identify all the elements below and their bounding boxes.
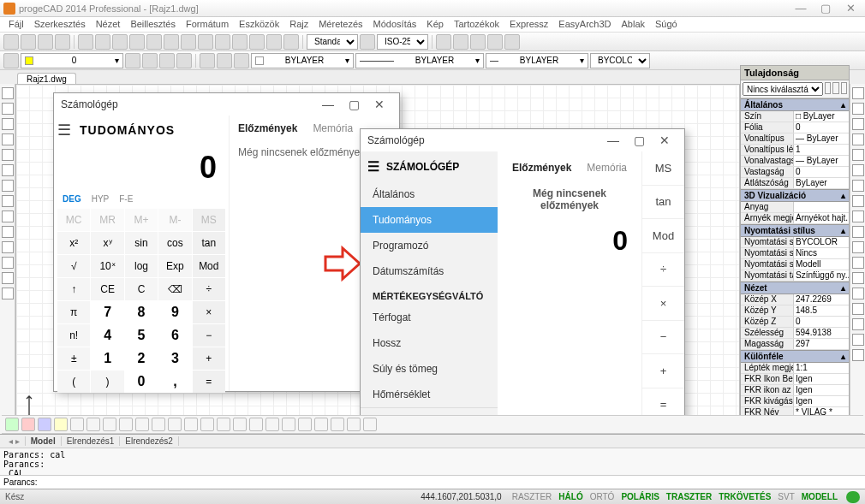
calc2-menu-volume[interactable]: Térfogat	[361, 305, 498, 330]
mod-tool-icon[interactable]	[852, 149, 864, 161]
status-toggle[interactable]: TRKÖVETÉS	[715, 492, 774, 501]
prop-group[interactable]: 3D Vizualizáció▴	[741, 189, 849, 202]
calc1-key[interactable]: √	[57, 255, 90, 277]
tool-icon[interactable]	[125, 53, 140, 68]
calc1-key[interactable]: ⌫	[158, 278, 191, 300]
mod-tool-icon[interactable]	[852, 180, 864, 192]
calc1-key[interactable]: C	[125, 278, 158, 300]
calc1-key[interactable]: xʸ	[91, 232, 123, 254]
calc1-key[interactable]: M+	[125, 209, 158, 231]
calc1-key[interactable]: ↑	[57, 278, 90, 300]
calc1-tab-history[interactable]: Előzmények	[238, 122, 297, 134]
prop-row[interactable]: FKR ikon az ..Igen	[741, 385, 849, 396]
calc1-key[interactable]: x²	[57, 232, 90, 254]
prop-group[interactable]: Különféle▴	[741, 350, 849, 363]
tool-icon[interactable]	[142, 53, 158, 68]
tab-layout2[interactable]: Elrendezés2	[120, 436, 179, 446]
pick-icon[interactable]	[832, 82, 838, 94]
calc2-key[interactable]: Mod	[642, 219, 684, 253]
tool-icon[interactable]	[487, 34, 503, 50]
prop-row[interactable]: Lépték megje..1:1	[741, 363, 849, 374]
calc1-key[interactable]: 4	[91, 324, 123, 347]
render-icon[interactable]	[298, 418, 312, 431]
draw-tool-icon[interactable]	[2, 241, 14, 253]
prop-row[interactable]: Vonalvastags..— ByLayer	[741, 156, 849, 167]
prop-row[interactable]: Anyag	[741, 202, 849, 213]
render-icon[interactable]	[217, 418, 230, 431]
calc2-menu-standard[interactable]: Általános	[361, 181, 498, 207]
calc1-key[interactable]: ×	[193, 301, 225, 323]
draw-tool-icon[interactable]	[2, 103, 14, 115]
draw-tool-icon[interactable]	[2, 272, 14, 284]
tool-icon[interactable]	[504, 34, 520, 50]
tab-model[interactable]: Model	[26, 436, 62, 446]
calc1-key[interactable]: MS	[193, 209, 225, 231]
draw-tool-icon[interactable]	[2, 257, 14, 269]
render-icon[interactable]	[21, 418, 35, 431]
tool-icon[interactable]	[232, 34, 248, 50]
render-icon[interactable]	[363, 418, 377, 431]
mod-tool-icon[interactable]	[852, 288, 864, 299]
prop-row[interactable]: ÁtlátszóságByLayer	[741, 178, 849, 189]
calc1-key[interactable]: 6	[158, 324, 191, 347]
render-icon[interactable]	[282, 418, 295, 431]
tool-icon[interactable]	[78, 34, 93, 50]
mod-tool-icon[interactable]	[852, 226, 864, 238]
render-icon[interactable]	[233, 418, 247, 431]
mod-tool-icon[interactable]	[852, 272, 864, 284]
calc1-key[interactable]: ±	[57, 347, 90, 370]
menu-expressz[interactable]: Expressz	[504, 17, 553, 32]
prop-row[interactable]: Vonaltípus lé..1	[741, 145, 849, 156]
maximize-button[interactable]: ▢	[814, 2, 837, 15]
mod-tool-icon[interactable]	[852, 87, 864, 99]
filter-icon[interactable]	[825, 82, 831, 94]
calc1-key[interactable]: ÷	[193, 278, 225, 300]
calc2-menu-programmer[interactable]: Programozó	[361, 233, 498, 258]
prop-group[interactable]: Nézet▴	[741, 282, 849, 294]
mod-tool-icon[interactable]	[852, 164, 864, 176]
calc2-tab-memory[interactable]: Memória	[587, 162, 627, 174]
calc2-menu-length[interactable]: Hossz	[361, 330, 498, 356]
calc1-key[interactable]: 9	[158, 301, 191, 323]
render-icon[interactable]	[265, 418, 279, 431]
calc1-mode[interactable]: HYP	[92, 194, 110, 204]
render-icon[interactable]	[70, 418, 84, 431]
prop-row[interactable]: Nyomtatási st..BYCOLOR	[741, 237, 849, 248]
calc1-key[interactable]: =	[193, 371, 225, 393]
tool-icon[interactable]	[200, 53, 215, 68]
close-button[interactable]: ✕	[839, 2, 862, 15]
dim-combo[interactable]: ISO-25	[377, 34, 428, 50]
calc1-key[interactable]: 3	[158, 347, 191, 370]
mod-tool-icon[interactable]	[852, 118, 864, 130]
prop-row[interactable]: Fólia0	[741, 122, 849, 133]
menu-fájl[interactable]: Fájl	[3, 17, 29, 32]
prop-row[interactable]: Árnyék megje..Árnyékot hajt..	[741, 213, 849, 224]
tool-icon[interactable]	[215, 34, 230, 50]
tool-icon[interactable]	[249, 34, 265, 50]
calc1-key[interactable]: (	[57, 371, 90, 393]
prop-group[interactable]: Nyomtatási stílus▴	[741, 224, 849, 237]
calc1-mode[interactable]: F-E	[119, 194, 133, 204]
tool-icon[interactable]	[283, 34, 299, 50]
menu-beillesztés[interactable]: Beillesztés	[125, 17, 181, 32]
calc1-tab-memory[interactable]: Memória	[313, 122, 353, 134]
status-toggle[interactable]: RASZTER	[509, 492, 556, 501]
hamburger-icon[interactable]: ☰	[367, 158, 379, 175]
mod-tool-icon[interactable]	[852, 103, 864, 115]
calc2-key[interactable]: tan	[642, 186, 684, 220]
menu-módosítás[interactable]: Módosítás	[368, 17, 422, 32]
draw-tool-icon[interactable]	[2, 226, 14, 238]
render-icon[interactable]	[184, 418, 198, 431]
calc1-key[interactable]: tan	[193, 232, 225, 254]
menu-formátum[interactable]: Formátum	[181, 17, 234, 32]
calc2-maximize[interactable]: ▢	[626, 133, 652, 147]
mod-tool-icon[interactable]	[852, 303, 864, 315]
render-icon[interactable]	[152, 418, 165, 431]
render-icon[interactable]	[38, 418, 51, 431]
render-icon[interactable]	[86, 418, 100, 431]
render-icon[interactable]	[347, 418, 361, 431]
prop-row[interactable]: Nyomtatási tá..Színfüggő ny..	[741, 270, 849, 282]
mod-tool-icon[interactable]	[852, 318, 864, 330]
prop-row[interactable]: Szélesség594.9138	[741, 328, 849, 339]
tool-icon[interactable]	[181, 34, 196, 50]
